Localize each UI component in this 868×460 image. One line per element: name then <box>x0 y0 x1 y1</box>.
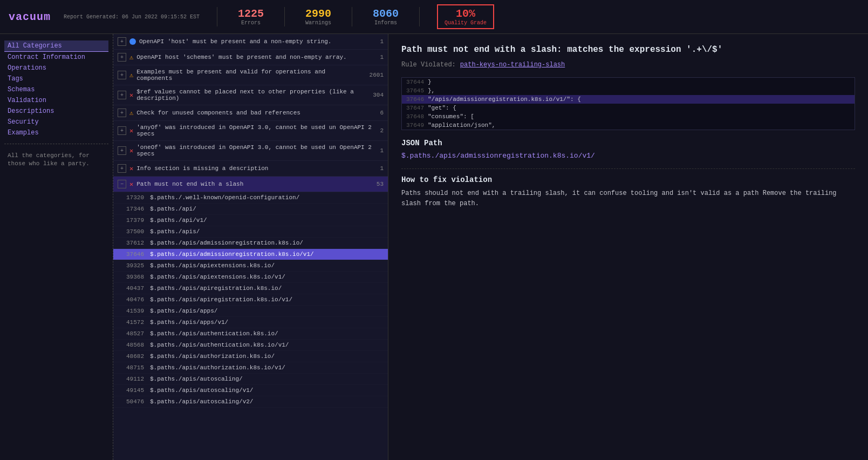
expand-btn-rule-schemes[interactable]: + <box>118 53 126 62</box>
list-item[interactable]: 39368$.paths./apis/apiextensions.k8s.io/… <box>113 272 388 283</box>
fix-text: Paths should not end with a trailing sla… <box>401 188 855 209</box>
code-line: 37649 "application/json", <box>402 121 855 130</box>
rule-text: OpenAPI 'host' must be present and a non… <box>139 38 374 45</box>
line-number: 17346 <box>126 206 146 212</box>
violation-title: Path must not end with a slash: matches … <box>401 45 855 55</box>
line-number: 40476 <box>126 296 146 303</box>
how-to-fix-title: How to fix violation <box>401 175 855 184</box>
detail-divider <box>401 168 855 169</box>
list-item[interactable]: 37646$.paths./apis/admissionregistration… <box>113 249 388 260</box>
list-item[interactable]: 41572$.paths./apis/apps/v1/ <box>113 317 388 328</box>
list-item[interactable]: 48568$.paths./apis/authentication.k8s.io… <box>113 340 388 351</box>
line-number: 49145 <box>126 387 146 394</box>
middle-panel: +OpenAPI 'host' must be present and a no… <box>113 34 388 460</box>
rule-row-rule-oneof[interactable]: +✕'oneOf' was introduced in OpenAPI 3.0,… <box>113 141 388 161</box>
top-header: vacuum Report Generated: 06 Jun 2022 09:… <box>0 0 868 34</box>
rule-text: Path must not end with a slash <box>136 181 371 187</box>
line-number: 17320 <box>126 194 146 201</box>
rule-row-rule-unused[interactable]: +⚠Check for unused components and bad re… <box>113 105 388 121</box>
sidebar-item-all-categories[interactable]: All Categories <box>4 40 108 52</box>
expand-btn-rule-examples[interactable]: + <box>118 71 126 79</box>
line-number: 48715 <box>126 364 146 371</box>
error-x-icon: ✕ <box>129 127 133 135</box>
quality-label: Quality Grade <box>445 20 487 26</box>
json-path-title: JSON Path <box>401 139 855 147</box>
expand-btn-rule-unused[interactable]: + <box>118 109 126 117</box>
list-item[interactable]: 41539$.paths./apis/apps/ <box>113 306 388 317</box>
error-x-icon: ✕ <box>129 147 133 155</box>
line-number: 48527 <box>126 330 146 337</box>
rule-row-rule-info[interactable]: +✕Info section is missing a description1 <box>113 161 388 177</box>
list-item[interactable]: 49112$.paths./apis/autoscaling/ <box>113 374 388 385</box>
rule-count: 1 <box>380 147 384 154</box>
line-number: 37500 <box>126 228 146 235</box>
expand-btn-rule-anyof[interactable]: + <box>118 126 126 135</box>
errors-label: Errors <box>241 20 261 26</box>
expand-btn-rule-info[interactable]: + <box>118 164 126 173</box>
quality-value: 10% <box>456 8 475 20</box>
list-item[interactable]: 17379$.paths./api/v1/ <box>113 215 388 226</box>
sidebar-item-examples[interactable]: Examples <box>4 127 108 138</box>
list-item[interactable]: 48682$.paths./apis/authorization.k8s.io/ <box>113 351 388 362</box>
sidebar-item-validation[interactable]: Validation <box>4 95 108 106</box>
rule-text: Info section is missing a description <box>136 165 374 172</box>
list-item[interactable]: 17346$.paths./api/ <box>113 204 388 215</box>
line-number: 50476 <box>126 398 146 405</box>
rule-row-rule-schemes[interactable]: +⚠OpenAPI host 'schemes' must be present… <box>113 50 388 65</box>
rule-text: Examples must be present and valid for o… <box>136 69 364 82</box>
item-path: $.paths./apis/apiregistration.k8s.io/v1/ <box>150 296 292 303</box>
list-item[interactable]: 48527$.paths./apis/authentication.k8s.io… <box>113 328 388 340</box>
rule-row-rule-examples[interactable]: +⚠Examples must be present and valid for… <box>113 65 388 85</box>
rule-text: 'oneOf' was introduced in OpenAPI 3.0, c… <box>136 144 374 157</box>
item-path: $.paths./apis/apiextensions.k8s.io/ <box>150 262 275 269</box>
sidebar-item-schemas[interactable]: Schemas <box>4 84 108 95</box>
expand-btn-rule-host[interactable]: + <box>118 37 126 46</box>
app-logo: vacuum <box>9 11 51 23</box>
rule-row-rule-anyof[interactable]: +✕'anyOf' was introduced in OpenAPI 3.0,… <box>113 121 388 141</box>
line-number: 37644 <box>406 79 428 85</box>
list-item[interactable]: 39325$.paths./apis/apiextensions.k8s.io/ <box>113 260 388 272</box>
line-number: 48682 <box>126 353 146 360</box>
sub-items-list: 17320$.paths./.well-known/openid-configu… <box>113 192 388 460</box>
item-path: $.paths./.well-known/openid-configuratio… <box>150 194 299 201</box>
list-item[interactable]: 40437$.paths./apis/apiregistration.k8s.i… <box>113 283 388 294</box>
sidebar-item-operations[interactable]: Operations <box>4 63 108 73</box>
item-path: $.paths./apis/apiregistration.k8s.io/ <box>150 285 282 292</box>
line-content: }, <box>428 87 435 94</box>
list-item[interactable]: 17320$.paths./.well-known/openid-configu… <box>113 192 388 204</box>
expand-btn-rule-oneof[interactable]: + <box>118 146 126 155</box>
rule-violated-link[interactable]: path-keys-no-trailing-slash <box>460 61 565 69</box>
rule-row-rule-host[interactable]: +OpenAPI 'host' must be present and a no… <box>113 34 388 50</box>
list-item[interactable]: 48715$.paths./apis/authorization.k8s.io/… <box>113 362 388 374</box>
right-panel: Path must not end with a slash: matches … <box>388 34 868 460</box>
rule-violated-row: Rule Violated: path-keys-no-trailing-sla… <box>401 61 855 69</box>
list-item[interactable]: 49145$.paths./apis/autoscaling/v1/ <box>113 385 388 396</box>
header-divider-1 <box>217 7 217 26</box>
sidebar-item-contract-information[interactable]: Contract Information <box>4 52 108 63</box>
rule-row-rule-slash[interactable]: −✕Path must not end with a slash53 <box>113 177 388 192</box>
rule-violated-label: Rule Violated: <box>401 61 456 69</box>
expand-btn-rule-slash[interactable]: − <box>118 180 126 188</box>
list-item[interactable]: 37612$.paths./apis/admissionregistration… <box>113 238 388 249</box>
code-line: 37646"/apis/admissionregistration.k8s.io… <box>402 95 855 104</box>
rule-row-rule-ref[interactable]: +✕$ref values cannot be placed next to o… <box>113 85 388 105</box>
sidebar-item-descriptions[interactable]: Descriptions <box>4 106 108 117</box>
code-block: 37644 }37645},37646"/apis/admissionregis… <box>401 77 855 130</box>
rule-count: 53 <box>377 181 384 187</box>
rule-count: 2601 <box>370 72 384 78</box>
line-content: } <box>428 79 432 85</box>
rule-count: 1 <box>380 38 384 45</box>
line-content: "get": { <box>428 105 456 111</box>
sidebar-item-security[interactable]: Security <box>4 117 108 127</box>
code-line: 37647 "get": { <box>402 104 855 112</box>
item-path: $.paths./api/ <box>150 206 196 212</box>
expand-btn-rule-ref[interactable]: + <box>118 91 126 99</box>
sidebar-item-tags[interactable]: Tags <box>4 73 108 84</box>
list-item[interactable]: 40476$.paths./apis/apiregistration.k8s.i… <box>113 294 388 306</box>
list-item[interactable]: 50476$.paths./apis/autoscaling/v2/ <box>113 396 388 408</box>
rule-count: 6 <box>380 110 384 116</box>
list-item[interactable]: 37500$.paths./apis/ <box>113 226 388 238</box>
item-path: $.paths./apis/apps/v1/ <box>150 319 228 326</box>
item-path: $.paths./apis/autoscaling/v2/ <box>150 398 253 405</box>
sidebar: All CategoriesContract InformationOperat… <box>0 34 113 460</box>
